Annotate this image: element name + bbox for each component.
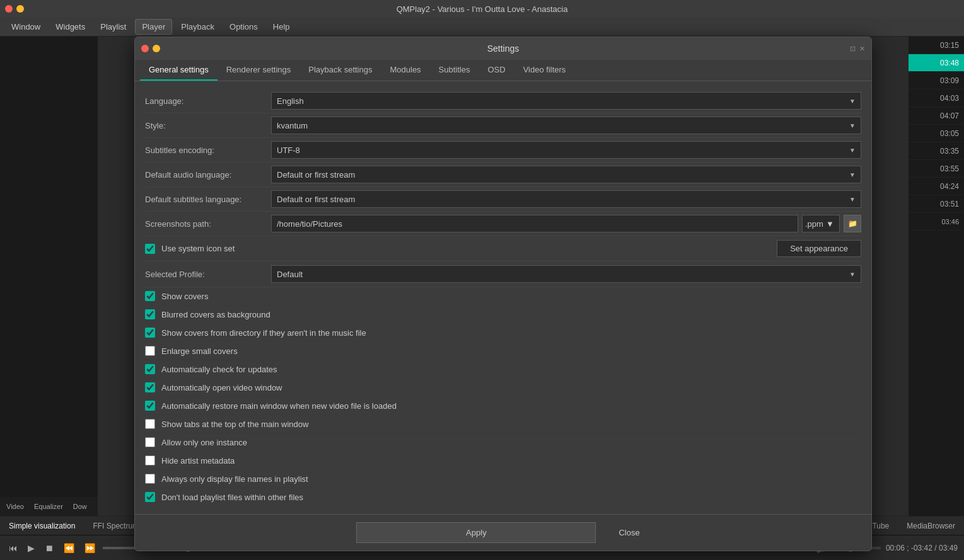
one-instance-checkbox[interactable] [145,437,155,447]
dialog-window-controls[interactable] [141,45,160,52]
menu-playlist[interactable]: Playlist [94,20,132,34]
rewind-button[interactable]: ⏪ [61,543,77,553]
playlist-item-4[interactable]: 04:03 [909,89,964,107]
subtitles-encoding-label: Subtitles encoding: [145,146,271,155]
language-row: Language: English ▼ [145,89,861,113]
playlist-item-6[interactable]: 03:05 [909,125,964,142]
checkbox-show-tabs: Show tabs at the top of the main window [145,415,861,433]
system-icon-checkbox[interactable] [145,244,155,254]
playlist-item-8[interactable]: 03:55 [909,160,964,178]
show-tabs-checkbox[interactable] [145,419,155,429]
system-icon-label: Use system icon set [161,244,235,253]
dialog-overlay: Settings ⊡ ✕ General settings Renderer s… [98,37,909,516]
playlist-item-3[interactable]: 03:09 [909,72,964,89]
show-covers-checkbox[interactable] [145,291,155,301]
playlist-item-2[interactable]: 03:48 [909,54,964,72]
style-row: Style: kvantum ▼ [145,113,861,138]
tab-dow[interactable]: Dow [69,501,91,511]
profile-control: Default ▼ [271,265,861,283]
set-appearance-button[interactable]: Set appearance [777,240,861,257]
prev-button[interactable]: ⏮ [6,543,20,553]
tab-video-filters[interactable]: Video filters [514,60,575,81]
dialog-resize-controls[interactable]: ⊡ ✕ [850,45,865,53]
tab-osd[interactable]: OSD [479,60,514,81]
language-arrow: ▼ [849,98,856,105]
dont-load-playlist-checkbox[interactable] [145,492,155,502]
tab-subtitles[interactable]: Subtitles [430,60,479,81]
playlist-item-9[interactable]: 04:24 [909,178,964,195]
dialog-content: Language: English ▼ Style: [135,81,871,514]
tab-playback-settings[interactable]: Playback settings [299,60,381,81]
tab-renderer-settings[interactable]: Renderer settings [218,60,300,81]
style-control: kvantum ▼ [271,117,861,134]
close-icon[interactable]: ✕ [859,45,865,53]
auto-open-video-checkbox[interactable] [145,382,155,392]
forward-button[interactable]: ⏩ [82,543,98,553]
menu-window[interactable]: Window [5,20,47,34]
checkbox-check-updates: Automatically check for updates [145,360,861,379]
screenshots-path-input[interactable] [271,215,798,232]
bottom-tab-simple-visualization[interactable]: Simple visualization [5,520,79,532]
subtitles-encoding-row: Subtitles encoding: UTF-8 ▼ [145,138,861,163]
left-video-area [0,37,98,497]
default-subtitles-select[interactable]: Default or first stream ▼ [271,190,861,208]
tab-general-settings[interactable]: General settings [140,60,218,81]
playlist-item-1[interactable]: 03:15 [909,37,964,54]
resize-icon[interactable]: ⊡ [850,45,856,53]
system-icon-row: Use system icon set Set appearance [145,236,861,261]
menu-help[interactable]: Help [267,20,296,34]
checkbox-display-names: Always only display file names in playli… [145,470,861,488]
stop-button[interactable]: ⏹ [42,543,56,553]
profile-select[interactable]: Default ▼ [271,265,861,283]
enlarge-covers-checkbox[interactable] [145,346,155,356]
auto-restore-label: Automatically restore main window when n… [161,401,397,411]
dialog-minimize-btn[interactable] [153,45,160,52]
playlist-item-11[interactable]: 03:46 [909,213,964,231]
display-names-checkbox[interactable] [145,474,155,484]
language-label: Language: [145,96,271,106]
covers-from-dir-checkbox[interactable] [145,328,155,338]
checkbox-one-instance: Allow only one instance [145,433,861,452]
check-updates-checkbox[interactable] [145,364,155,374]
blurred-covers-label: Blurred covers as background [161,310,270,319]
default-audio-select[interactable]: Default or first stream ▼ [271,166,861,183]
language-select[interactable]: English ▼ [271,92,861,110]
play-button[interactable]: ▶ [25,543,37,553]
default-subtitles-value: Default or first stream [277,195,355,204]
checkbox-show-covers: Show covers [145,287,861,306]
menu-playback[interactable]: Playback [175,20,221,34]
center-panel: Settings ⊡ ✕ General settings Renderer s… [98,37,909,516]
menu-options[interactable]: Options [223,20,264,34]
tab-equalizer[interactable]: Equalizer [30,501,67,511]
menu-widgets[interactable]: Widgets [49,20,91,34]
screenshots-path-control: .ppm ▼ 📁 [271,215,861,232]
screenshots-ext-select[interactable]: .ppm ▼ [802,215,840,232]
playlist-item-5[interactable]: 04:07 [909,107,964,125]
tab-video[interactable]: Video [3,501,28,511]
dialog-footer: Apply Close [135,514,871,551]
menu-player[interactable]: Player [135,19,172,35]
playlist-item-10[interactable]: 03:51 [909,195,964,213]
bottom-tab-mediabrowser[interactable]: MediaBrowser [903,520,959,532]
close-button[interactable]: Close [608,523,649,542]
style-select[interactable]: kvantum ▼ [271,117,861,134]
dialog-tabs: General settings Renderer settings Playb… [135,60,871,81]
window-controls[interactable] [5,5,24,13]
hide-artist-checkbox[interactable] [145,455,155,466]
subtitles-encoding-value: UTF-8 [277,146,300,155]
minimize-window-btn[interactable] [16,5,24,13]
style-label: Style: [145,121,271,130]
subtitles-encoding-select[interactable]: UTF-8 ▼ [271,141,861,159]
default-audio-control: Default or first stream ▼ [271,166,861,183]
blurred-covers-checkbox[interactable] [145,309,155,319]
auto-restore-checkbox[interactable] [145,401,155,411]
screenshots-folder-btn[interactable]: 📁 [844,215,861,232]
apply-button[interactable]: Apply [356,522,596,543]
covers-from-dir-label: Show covers from directory if they aren'… [161,328,366,338]
default-subtitles-label: Default subtitles language: [145,195,271,204]
default-audio-label: Default audio language: [145,170,271,180]
dialog-close-btn[interactable] [141,45,149,52]
playlist-item-7[interactable]: 03:35 [909,142,964,160]
tab-modules[interactable]: Modules [381,60,429,81]
close-window-btn[interactable] [5,5,13,13]
